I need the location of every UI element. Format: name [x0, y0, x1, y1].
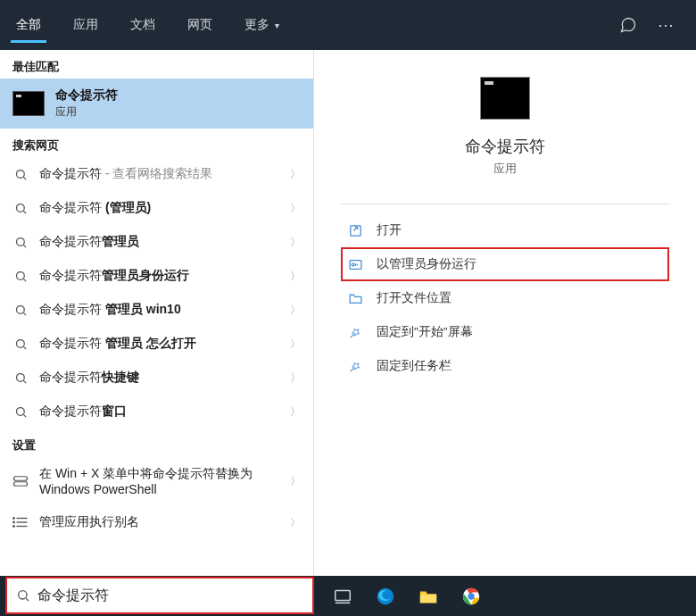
file-explorer-icon[interactable]: [417, 585, 440, 608]
result-label: 命令提示符 (管理员): [39, 200, 279, 216]
divider: [341, 204, 669, 204]
svg-line-5: [23, 245, 26, 247]
task-view-icon[interactable]: [331, 585, 354, 608]
section-settings: 设置: [0, 429, 313, 457]
search-icon: [12, 405, 29, 419]
svg-line-15: [23, 414, 26, 417]
svg-point-8: [16, 305, 24, 313]
search-icon: [16, 588, 30, 603]
pin-icon: [348, 325, 364, 340]
best-match-item[interactable]: 命令提示符 应用: [0, 79, 313, 129]
list-icon: [12, 516, 29, 529]
action-pin[interactable]: 固定到"开始"屏幕: [341, 315, 669, 349]
chevron-right-icon: 〉: [290, 370, 301, 386]
search-icon: [12, 304, 29, 317]
web-result-item[interactable]: 命令提示符管理员〉: [0, 225, 313, 259]
web-result-item[interactable]: 命令提示符 (管理员)〉: [0, 191, 313, 225]
svg-point-6: [16, 271, 24, 279]
tab-all[interactable]: 全部: [0, 0, 57, 50]
section-best-match: 最佳匹配: [0, 50, 313, 79]
web-result-item[interactable]: 命令提示符 管理员 win10〉: [0, 293, 313, 327]
svg-point-21: [13, 518, 15, 520]
svg-line-27: [351, 333, 354, 337]
svg-point-29: [19, 591, 27, 599]
web-result-item[interactable]: 命令提示符 管理员 怎么打开〉: [0, 327, 313, 361]
chevron-right-icon: 〉: [290, 167, 301, 182]
web-result-item[interactable]: 命令提示符 - 查看网络搜索结果〉: [0, 157, 313, 191]
svg-line-3: [23, 211, 26, 213]
action-label: 以管理员身份运行: [377, 256, 476, 272]
search-header: 全部 应用 文档 网页 更多▾ ⋯: [0, 0, 696, 50]
action-open[interactable]: 打开: [341, 213, 669, 247]
chevron-right-icon: 〉: [290, 303, 301, 318]
web-result-item[interactable]: 命令提示符快捷键〉: [0, 361, 313, 395]
toggle-icon: [12, 475, 29, 487]
settings-result-item[interactable]: 在 Win + X 菜单中将命令提示符替换为 Windows PowerShel…: [0, 457, 313, 505]
tab-apps[interactable]: 应用: [57, 0, 114, 50]
svg-point-2: [16, 204, 24, 212]
result-label: 命令提示符管理员身份运行: [39, 268, 279, 284]
chevron-down-icon: ▾: [275, 21, 279, 30]
chevron-right-icon: 〉: [290, 404, 301, 420]
cmd-icon: [12, 91, 45, 116]
search-input[interactable]: [37, 587, 303, 604]
result-label: 在 Win + X 菜单中将命令提示符替换为 Windows PowerShel…: [39, 466, 279, 496]
result-label: 命令提示符 管理员 怎么打开: [39, 336, 279, 352]
feedback-icon[interactable]: [614, 11, 642, 39]
edge-icon[interactable]: [374, 585, 397, 608]
admin-icon: [348, 257, 364, 272]
search-icon: [12, 236, 29, 249]
tab-web[interactable]: 网页: [171, 0, 228, 50]
chevron-right-icon: 〉: [290, 201, 301, 216]
svg-point-4: [16, 237, 24, 246]
svg-line-9: [23, 312, 26, 315]
action-admin[interactable]: 以管理员身份运行: [341, 247, 669, 281]
svg-rect-34: [420, 595, 436, 603]
svg-rect-31: [336, 590, 351, 600]
best-match-title: 命令提示符: [55, 87, 118, 104]
action-label: 固定到"开始"屏幕: [377, 324, 473, 340]
taskbar: [315, 576, 696, 616]
settings-result-item[interactable]: 管理应用执行别名〉: [0, 505, 313, 539]
cmd-icon: [480, 77, 530, 120]
web-result-item[interactable]: 命令提示符窗口〉: [0, 395, 313, 429]
chevron-right-icon: 〉: [290, 515, 301, 530]
svg-rect-16: [14, 477, 28, 481]
options-icon[interactable]: ⋯: [651, 11, 680, 39]
action-label: 打开文件位置: [377, 290, 452, 306]
result-label: 命令提示符 管理员 win10: [39, 302, 279, 318]
result-label: 命令提示符快捷键: [39, 370, 279, 386]
svg-point-22: [13, 521, 15, 523]
section-web: 搜索网页: [0, 129, 313, 157]
preview-subtitle: 应用: [493, 161, 517, 177]
search-icon: [12, 202, 29, 215]
web-result-item[interactable]: 命令提示符管理员身份运行〉: [0, 259, 313, 293]
result-label: 命令提示符窗口: [39, 404, 279, 420]
tab-documents[interactable]: 文档: [114, 0, 171, 50]
svg-point-36: [468, 593, 474, 599]
svg-point-26: [352, 263, 355, 266]
search-icon: [12, 371, 29, 385]
chevron-right-icon: 〉: [290, 474, 301, 489]
browser-icon[interactable]: [460, 585, 483, 608]
svg-line-11: [23, 346, 26, 349]
svg-line-30: [26, 598, 29, 601]
action-pin[interactable]: 固定到任务栏: [341, 349, 669, 383]
chevron-right-icon: 〉: [290, 269, 301, 284]
header-tabs: 全部 应用 文档 网页 更多▾: [0, 0, 614, 50]
pin-icon: [348, 359, 364, 374]
svg-point-12: [16, 373, 24, 381]
preview-title: 命令提示符: [465, 136, 545, 157]
result-label: 管理应用执行别名: [39, 514, 279, 530]
svg-line-28: [351, 367, 354, 370]
svg-point-23: [13, 526, 15, 528]
svg-line-7: [23, 279, 26, 281]
search-box[interactable]: [5, 577, 314, 614]
result-label: 命令提示符管理员: [39, 234, 279, 250]
svg-point-10: [16, 339, 24, 347]
preview-panel: 命令提示符 应用 打开 以管理员身份运行 打开文件位置 固定到"开始"屏幕 固定…: [314, 50, 696, 576]
tab-more[interactable]: 更多▾: [228, 0, 295, 50]
action-label: 打开: [377, 222, 402, 238]
svg-rect-17: [14, 482, 28, 487]
action-folder[interactable]: 打开文件位置: [341, 281, 669, 315]
